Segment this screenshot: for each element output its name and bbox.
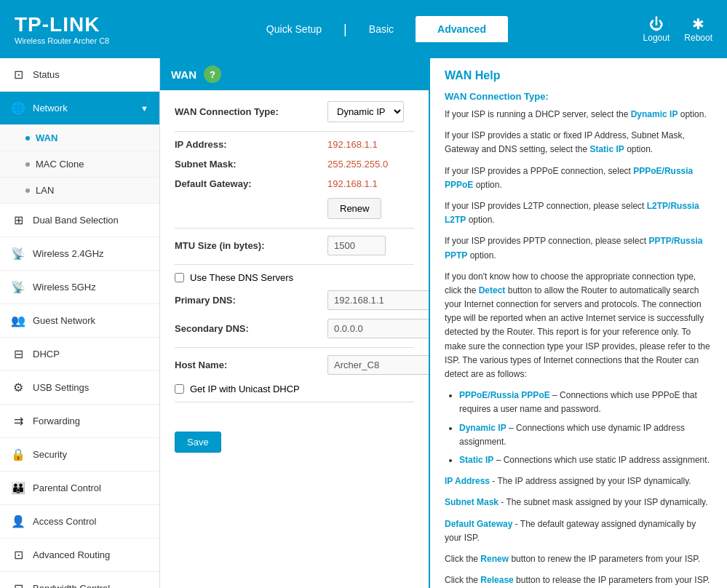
sidebar-label-bandwidth: Bandwidth Control [33, 583, 148, 588]
primary-dns-row: Primary DNS: [175, 290, 414, 310]
sidebar-label-wireless-2g: Wireless 2.4GHz [33, 248, 148, 259]
wan-label: WAN [36, 132, 57, 143]
wan-dot [25, 136, 30, 140]
renew-button[interactable]: Renew [327, 198, 381, 219]
sidebar-item-status[interactable]: ⊡ Status [0, 58, 159, 92]
secondary-dns-label: Secondary DNS: [175, 323, 320, 334]
status-icon: ⊡ [11, 68, 25, 82]
divider-2 [175, 228, 414, 229]
dual-band-icon: ⊞ [11, 213, 25, 227]
sidebar-label-wireless-5g: Wireless 5GHz [33, 282, 148, 293]
sidebar-item-wireless-5g[interactable]: 📡 Wireless 5GHz [0, 271, 159, 304]
mac-clone-label: MAC Clone [36, 159, 84, 170]
subnet-row: Subnet Mask: 255.255.255.0 [175, 159, 414, 170]
sidebar-item-security[interactable]: 🔒 Security [0, 438, 159, 472]
list-pppoe-link: PPPoE/Russia PPPoE [459, 390, 550, 400]
sidebar-item-usb[interactable]: ⚙ USB Settings [0, 371, 159, 405]
l2tp-link: L2TP/Russia L2TP [445, 201, 699, 225]
use-dns-row: Use These DNS Servers [175, 272, 414, 283]
divider-3 [175, 264, 414, 265]
nav-advanced[interactable]: Advanced [416, 16, 508, 42]
help-footer-4: Click the Release button to release the … [445, 573, 712, 587]
section-header: WAN ? [160, 58, 429, 90]
get-ip-label: Get IP with Unicast DHCP [190, 384, 300, 394]
pptp-link: PPTP/Russia PPTP [445, 236, 702, 260]
divider-1 [175, 131, 414, 132]
sidebar-label-status: Status [33, 69, 148, 80]
renew-term: Renew [480, 554, 509, 564]
help-connection-type-title: WAN Connection Type: [445, 91, 712, 102]
header: TP-LINK Wireless Router Archer C8 Quick … [0, 0, 727, 58]
forwarding-icon: ⇉ [11, 414, 25, 428]
wireless-5g-icon: 📡 [11, 280, 25, 294]
mtu-input[interactable] [327, 236, 386, 255]
nav-quick-setup[interactable]: Quick Setup [245, 16, 343, 42]
sidebar-item-bandwidth[interactable]: ⊡ Bandwidth Control [0, 572, 159, 588]
release-term: Release [480, 575, 513, 585]
logo-subtitle: Wireless Router Archer C8 [15, 36, 109, 45]
sidebar-item-parental[interactable]: 👪 Parental Control [0, 472, 159, 505]
sidebar-item-lan[interactable]: LAN [0, 178, 159, 204]
subnet-mask-term: Subnet Mask [445, 497, 498, 507]
renew-row: Renew [175, 198, 414, 219]
divider-5 [175, 402, 414, 402]
help-footer-3: Click the Renew button to renew the IP p… [445, 552, 712, 566]
ip-value: 192.168.1.1 [327, 139, 378, 150]
mtu-row: MTU Size (in bytes): [175, 236, 414, 255]
logout-button[interactable]: ⏻ Logout [643, 16, 670, 43]
save-button[interactable]: Save [175, 432, 221, 453]
mac-clone-dot [25, 162, 30, 167]
sidebar-item-guest[interactable]: 👥 Guest Network [0, 304, 159, 338]
list-item-pppoe: PPPoE/Russia PPPoE – Connections which u… [459, 389, 712, 416]
help-para-2: If your ISP provides a PPPoE connection,… [445, 164, 712, 192]
host-input[interactable] [327, 355, 429, 375]
divider-4 [175, 347, 414, 348]
nav-basic[interactable]: Basic [347, 16, 416, 42]
wan-type-label: WAN Connection Type: [175, 106, 320, 117]
sidebar-item-routing[interactable]: ⊡ Advanced Routing [0, 539, 159, 572]
primary-dns-input[interactable] [327, 290, 429, 310]
help-para-5: If you don't know how to choose the appr… [445, 270, 712, 382]
gateway-row: Default Gateway: 192.168.1.1 [175, 178, 414, 189]
get-ip-checkbox[interactable] [175, 384, 184, 394]
sidebar-label-security: Security [33, 449, 148, 460]
sidebar-item-wan[interactable]: WAN [0, 125, 159, 151]
sidebar-label-parental: Parental Control [33, 482, 148, 493]
bandwidth-icon: ⊡ [11, 581, 25, 588]
sidebar-label-access: Access Control [33, 516, 148, 527]
sidebar-item-dual-band[interactable]: ⊞ Dual Band Selection [0, 204, 159, 237]
logout-icon: ⏻ [643, 16, 670, 33]
wan-type-select[interactable]: Dynamic IP Static IP PPPoE L2TP PPTP [327, 101, 404, 122]
sidebar-label-network: Network [33, 103, 133, 114]
logo-area: TP-LINK Wireless Router Archer C8 [15, 13, 109, 45]
list-item-dynamic: Dynamic IP – Connections which use dynam… [459, 421, 712, 449]
dhcp-icon: ⊟ [11, 347, 25, 361]
content-area: WAN ? WAN Connection Type: Dynamic IP St… [160, 58, 727, 588]
gateway-term: Default Gateway [445, 519, 512, 529]
secondary-dns-row: Secondary DNS: [175, 319, 414, 338]
gateway-label: Default Gateway: [175, 178, 320, 189]
wan-form: WAN Connection Type: Dynamic IP Static I… [160, 90, 429, 421]
security-icon: 🔒 [11, 448, 25, 461]
parental-icon: 👪 [11, 481, 25, 495]
help-button[interactable]: ? [204, 65, 221, 83]
routing-icon: ⊡ [11, 548, 25, 562]
sidebar-label-routing: Advanced Routing [33, 549, 148, 560]
mtu-label: MTU Size (in bytes): [175, 240, 320, 251]
use-dns-checkbox[interactable] [175, 273, 184, 282]
header-actions: ⏻ Logout ✱ Reboot [643, 15, 712, 43]
sidebar-item-wireless-2g[interactable]: 📡 Wireless 2.4GHz [0, 237, 159, 271]
sidebar-item-access-control[interactable]: 👤 Access Control [0, 505, 159, 539]
sidebar-item-network[interactable]: 🌐 Network ▼ [0, 92, 159, 125]
help-para-0: If your ISP is running a DHCP server, se… [445, 108, 712, 122]
reboot-button[interactable]: ✱ Reboot [684, 15, 712, 43]
nav-area: Quick Setup | Basic Advanced [109, 16, 643, 42]
sidebar-item-mac-clone[interactable]: MAC Clone [0, 151, 159, 178]
access-icon: 👤 [11, 514, 25, 528]
secondary-dns-input[interactable] [327, 319, 429, 338]
sidebar-item-dhcp[interactable]: ⊟ DHCP [0, 338, 159, 371]
help-para-3: If your ISP provides L2TP connection, pl… [445, 199, 712, 227]
wan-type-row: WAN Connection Type: Dynamic IP Static I… [175, 101, 414, 122]
gateway-value: 192.168.1.1 [327, 178, 378, 189]
sidebar-item-forwarding[interactable]: ⇉ Forwarding [0, 405, 159, 438]
